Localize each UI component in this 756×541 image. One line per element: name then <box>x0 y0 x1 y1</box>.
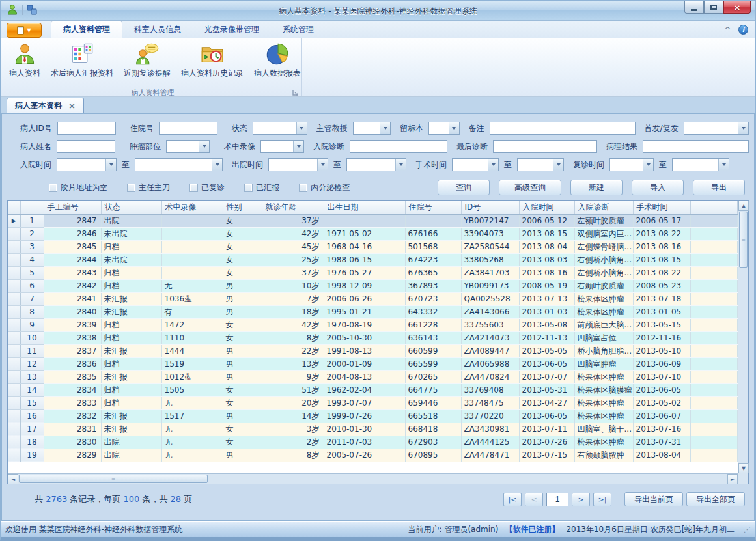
specimen-combo[interactable] <box>428 122 460 135</box>
column-header[interactable]: 手工编号 <box>44 201 101 214</box>
patient-info-button[interactable]: 病人资料 <box>4 41 46 88</box>
discharge-time-to-combo[interactable] <box>346 158 406 171</box>
patient-name-input[interactable] <box>57 140 115 153</box>
chevron-down-icon[interactable] <box>296 122 307 134</box>
checkbox-followed-up[interactable]: 已复诊 <box>189 182 225 193</box>
followup-time-from-combo[interactable] <box>609 158 654 171</box>
dialog-launcher-icon[interactable] <box>292 90 299 96</box>
vertical-scroll-thumb[interactable]: ≡ <box>739 212 748 268</box>
followup-time-to-combo[interactable] <box>672 158 729 171</box>
history-record-button[interactable]: 病人资料历史记录 <box>176 41 249 88</box>
ribbon-tab-disc-management[interactable]: 光盘录像带管理 <box>193 21 271 38</box>
column-header[interactable]: 出生日期 <box>324 201 405 214</box>
prev-page-button[interactable]: < <box>525 493 543 506</box>
scroll-left-icon[interactable]: ◄ <box>8 474 18 484</box>
chevron-down-icon[interactable] <box>105 159 116 171</box>
column-header[interactable]: 就诊年龄 <box>262 201 324 214</box>
admission-no-input[interactable] <box>159 122 217 135</box>
checkbox-box[interactable] <box>244 184 253 192</box>
first-recur-combo[interactable] <box>684 122 749 135</box>
table-row[interactable]: 192829出院无男8岁2005-07-26670895ZA4478471201… <box>8 449 738 462</box>
collapse-ribbon-icon[interactable]: ^ <box>725 25 731 34</box>
chevron-down-icon[interactable] <box>395 159 406 171</box>
chevron-down-icon[interactable] <box>643 159 653 171</box>
last-page-button[interactable]: >| <box>593 493 611 506</box>
table-row[interactable]: 162832未汇报1517男14岁1999-07-266655183377022… <box>8 409 738 423</box>
postop-report-button[interactable]: 术后病人汇报资料 <box>46 41 119 88</box>
table-row[interactable]: 62842归档无男10岁1998-12-09367893YB0099173200… <box>8 279 738 292</box>
admit-time-from-combo[interactable] <box>57 158 117 171</box>
ribbon-tab-patient-management[interactable]: 病人资料管理 <box>51 21 122 38</box>
chevron-down-icon[interactable] <box>488 159 498 171</box>
column-header[interactable]: 性别 <box>223 201 262 214</box>
tab-patient-basic-info[interactable]: 病人基本资料 × <box>7 98 84 113</box>
horizontal-scroll-thumb[interactable]: ≡ <box>19 475 208 483</box>
table-row[interactable]: 72841未汇报1036蓝男7岁2006-06-26670723QA002552… <box>8 292 738 305</box>
column-header[interactable]: 手术时间 <box>633 201 690 214</box>
table-row[interactable]: 112837未汇报1444男22岁1991-08-13660599ZA40894… <box>8 344 738 357</box>
ribbon-tab-staff-info[interactable]: 科室人员信息 <box>122 21 193 38</box>
checkbox-box[interactable] <box>127 184 135 192</box>
checkbox-endocrine-exam[interactable]: 内分泌检查 <box>299 182 350 193</box>
page-number-input[interactable] <box>546 493 568 506</box>
discharge-time-from-combo[interactable] <box>268 158 328 171</box>
next-page-button[interactable]: > <box>572 493 590 506</box>
patient-id-input[interactable] <box>57 122 116 135</box>
maximize-button[interactable] <box>704 1 723 14</box>
advanced-query-button[interactable]: 高级查询 <box>499 180 561 195</box>
checkbox-box[interactable] <box>189 184 198 192</box>
surgery-time-from-combo[interactable] <box>452 158 499 171</box>
registered-link[interactable]: 【软件已注册】 <box>505 524 559 535</box>
data-report-button[interactable]: 病人数据报表 <box>249 41 306 88</box>
final-diag-input[interactable] <box>493 140 597 153</box>
close-button[interactable]: × <box>723 1 751 14</box>
export-current-page-button[interactable]: 导出当前页 <box>624 492 683 506</box>
surgery-video-combo[interactable] <box>260 140 304 153</box>
table-row[interactable]: 182830出院无女2岁2011-07-03672903ZA4444125201… <box>8 436 738 449</box>
admit-time-to-combo[interactable] <box>135 158 223 171</box>
table-row[interactable]: 82840未汇报有男18岁1995-01-21643332ZA414306620… <box>8 305 738 318</box>
pathology-input[interactable] <box>643 140 749 153</box>
admission-diag-input[interactable] <box>350 140 447 153</box>
resize-grip[interactable]: ⋰ <box>744 525 751 534</box>
table-row[interactable]: 172831未汇报无女3岁2010-01-30668418ZA343098120… <box>8 423 738 436</box>
chevron-down-icon[interactable] <box>738 122 748 134</box>
import-button[interactable]: 导入 <box>632 180 684 195</box>
table-row[interactable]: 92839归档1472女42岁1970-08-19661228337556032… <box>8 318 738 331</box>
table-row[interactable]: 22846未出院女42岁1971-05-02676166339040732013… <box>8 227 738 240</box>
column-header[interactable]: 入院诊断 <box>574 201 633 214</box>
table-row[interactable]: 152833归档无女20岁1993-07-0765944633748475201… <box>8 396 738 409</box>
minimize-button[interactable] <box>684 1 704 14</box>
tab-close-icon[interactable]: × <box>68 101 76 111</box>
vertical-scrollbar[interactable]: ▲ ≡ ▼ <box>738 201 748 473</box>
table-row[interactable]: 122836归档1519男13岁2000-01-09665599ZA406598… <box>8 357 738 370</box>
chevron-down-icon[interactable] <box>449 122 459 134</box>
ribbon-tab-system[interactable]: 系统管理 <box>271 21 326 38</box>
chevron-down-icon[interactable] <box>199 141 209 152</box>
table-row[interactable]: 132835未汇报1012蓝男9岁2004-08-13670265ZA44708… <box>8 370 738 383</box>
tumor-site-combo[interactable] <box>166 140 210 153</box>
checkbox-box[interactable] <box>49 184 57 192</box>
chevron-down-icon[interactable] <box>553 159 563 171</box>
info-icon[interactable]: i <box>738 25 748 35</box>
scroll-up-icon[interactable]: ▲ <box>738 201 749 211</box>
export-button[interactable]: 导出 <box>693 180 745 195</box>
chevron-down-icon[interactable] <box>317 159 328 171</box>
table-row[interactable]: 102838归档1110女8岁2005-10-30636143ZA4214073… <box>8 331 738 344</box>
app-menu-button[interactable]: ▼ <box>7 23 42 38</box>
table-row[interactable]: ▶12847出院女37岁YB00721472006-05-12左额叶胶质瘤200… <box>8 214 738 227</box>
chevron-down-icon[interactable] <box>718 159 729 171</box>
table-row[interactable]: 142834归档1505女51岁1962-02-0466477533769408… <box>8 383 738 396</box>
table-row[interactable]: 32845归档女45岁1968-04-16501568ZA25805442013… <box>8 240 738 253</box>
column-header[interactable]: 入院时间 <box>519 201 574 214</box>
table-row[interactable]: 42844未出院女25岁1988-06-15674223338052682013… <box>8 253 738 266</box>
professor-combo[interactable] <box>353 122 391 135</box>
checkbox-chief-surgeon[interactable]: 主任主刀 <box>127 182 170 193</box>
chevron-down-icon[interactable] <box>293 141 303 152</box>
chevron-down-icon[interactable] <box>380 122 390 134</box>
checkbox-reported[interactable]: 已汇报 <box>244 182 279 193</box>
followup-reminder-button[interactable]: 近期复诊提醒 <box>119 41 176 88</box>
new-button[interactable]: 新建 <box>570 180 623 195</box>
chevron-down-icon[interactable] <box>212 159 222 171</box>
first-page-button[interactable]: |< <box>503 493 522 506</box>
